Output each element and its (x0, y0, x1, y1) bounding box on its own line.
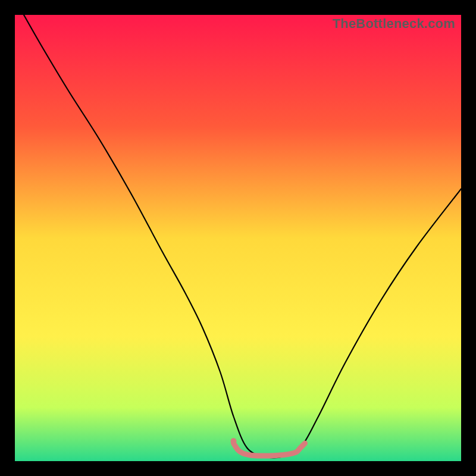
gradient-background (15, 15, 461, 461)
optimal-marker-dot (231, 438, 237, 444)
watermark-text: TheBottleneck.com (333, 16, 455, 32)
chart-canvas (15, 15, 461, 461)
chart-frame: TheBottleneck.com (15, 15, 461, 461)
